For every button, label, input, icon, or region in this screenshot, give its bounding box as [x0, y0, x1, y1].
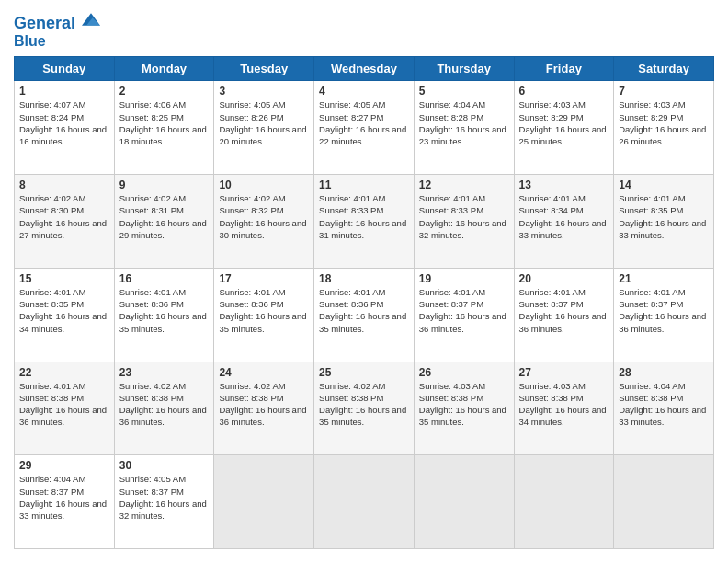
- daylight-label: Daylight: 16 hours and 36 minutes.: [119, 405, 207, 427]
- calendar-cell: [514, 455, 614, 549]
- day-info: Sunrise: 4:01 AM Sunset: 8:33 PM Dayligh…: [319, 192, 409, 241]
- day-info: Sunrise: 4:01 AM Sunset: 8:34 PM Dayligh…: [519, 192, 609, 241]
- day-info: Sunrise: 4:01 AM Sunset: 8:36 PM Dayligh…: [219, 286, 309, 335]
- daylight-label: Daylight: 16 hours and 23 minutes.: [419, 124, 506, 146]
- calendar-cell: 10 Sunrise: 4:02 AM Sunset: 8:32 PM Dayl…: [214, 175, 314, 269]
- day-number: 14: [619, 178, 709, 191]
- sunset-label: Sunset: 8:34 PM: [519, 205, 584, 215]
- day-header-monday: Monday: [114, 57, 214, 81]
- sunset-label: Sunset: 8:37 PM: [519, 299, 584, 309]
- daylight-label: Daylight: 16 hours and 22 minutes.: [319, 124, 406, 146]
- calendar-cell: 8 Sunrise: 4:02 AM Sunset: 8:30 PM Dayli…: [15, 175, 115, 269]
- day-number: 4: [319, 85, 409, 98]
- calendar-cell: 26 Sunrise: 4:03 AM Sunset: 8:38 PM Dayl…: [414, 362, 514, 455]
- day-info: Sunrise: 4:01 AM Sunset: 8:33 PM Dayligh…: [419, 192, 509, 241]
- day-info: Sunrise: 4:01 AM Sunset: 8:37 PM Dayligh…: [619, 286, 709, 335]
- day-number: 19: [419, 272, 509, 285]
- calendar-cell: 18 Sunrise: 4:01 AM Sunset: 8:36 PM Dayl…: [314, 268, 415, 362]
- day-number: 18: [319, 272, 409, 285]
- day-info: Sunrise: 4:02 AM Sunset: 8:38 PM Dayligh…: [119, 380, 210, 429]
- calendar-cell: 19 Sunrise: 4:01 AM Sunset: 8:37 PM Dayl…: [414, 268, 514, 362]
- daylight-label: Daylight: 16 hours and 36 minutes.: [419, 311, 506, 333]
- sunset-label: Sunset: 8:31 PM: [119, 205, 184, 215]
- calendar-table: SundayMondayTuesdayWednesdayThursdayFrid…: [14, 56, 714, 549]
- day-info: Sunrise: 4:01 AM Sunset: 8:36 PM Dayligh…: [319, 286, 409, 335]
- calendar-cell: 27 Sunrise: 4:03 AM Sunset: 8:38 PM Dayl…: [514, 362, 614, 455]
- sunset-label: Sunset: 8:30 PM: [19, 205, 84, 215]
- calendar-cell: 21 Sunrise: 4:01 AM Sunset: 8:37 PM Dayl…: [614, 268, 714, 362]
- calendar-week-4: 22 Sunrise: 4:01 AM Sunset: 8:38 PM Dayl…: [15, 362, 714, 455]
- day-number: 8: [19, 178, 109, 191]
- daylight-label: Daylight: 16 hours and 34 minutes.: [19, 311, 107, 333]
- daylight-label: Daylight: 16 hours and 35 minutes.: [219, 311, 306, 333]
- calendar-week-3: 15 Sunrise: 4:01 AM Sunset: 8:35 PM Dayl…: [15, 268, 714, 362]
- sunrise-label: Sunrise: 4:01 AM: [319, 193, 385, 203]
- sunset-label: Sunset: 8:29 PM: [619, 112, 683, 122]
- sunrise-label: Sunrise: 4:01 AM: [619, 193, 685, 203]
- daylight-label: Daylight: 16 hours and 35 minutes.: [419, 405, 506, 427]
- daylight-label: Daylight: 16 hours and 32 minutes.: [419, 218, 506, 240]
- sunset-label: Sunset: 8:38 PM: [619, 393, 683, 403]
- day-header-tuesday: Tuesday: [214, 57, 314, 81]
- sunrise-label: Sunrise: 4:01 AM: [519, 193, 586, 203]
- day-number: 25: [319, 366, 409, 379]
- daylight-label: Daylight: 16 hours and 36 minutes.: [619, 311, 706, 333]
- sunset-label: Sunset: 8:37 PM: [119, 487, 184, 497]
- sunrise-label: Sunrise: 4:01 AM: [319, 287, 385, 297]
- calendar-cell: 12 Sunrise: 4:01 AM Sunset: 8:33 PM Dayl…: [414, 175, 514, 269]
- day-info: Sunrise: 4:02 AM Sunset: 8:31 PM Dayligh…: [119, 192, 210, 241]
- calendar-cell: 9 Sunrise: 4:02 AM Sunset: 8:31 PM Dayli…: [114, 175, 214, 269]
- sunset-label: Sunset: 8:37 PM: [619, 299, 683, 309]
- daylight-label: Daylight: 16 hours and 36 minutes.: [19, 405, 107, 427]
- day-number: 2: [119, 85, 210, 98]
- header: General Blue: [14, 14, 714, 49]
- day-info: Sunrise: 4:05 AM Sunset: 8:37 PM Dayligh…: [119, 473, 210, 522]
- calendar-cell: [614, 455, 714, 549]
- daylight-label: Daylight: 16 hours and 35 minutes.: [319, 405, 406, 427]
- calendar-cell: 14 Sunrise: 4:01 AM Sunset: 8:35 PM Dayl…: [614, 175, 714, 269]
- day-info: Sunrise: 4:05 AM Sunset: 8:27 PM Dayligh…: [319, 98, 409, 147]
- sunrise-label: Sunrise: 4:07 AM: [19, 99, 85, 109]
- calendar-cell: 22 Sunrise: 4:01 AM Sunset: 8:38 PM Dayl…: [15, 362, 115, 455]
- calendar-cell: [414, 455, 514, 549]
- daylight-label: Daylight: 16 hours and 32 minutes.: [119, 499, 207, 521]
- calendar-header-row: SundayMondayTuesdayWednesdayThursdayFrid…: [15, 57, 714, 81]
- sunset-label: Sunset: 8:24 PM: [19, 112, 84, 122]
- daylight-label: Daylight: 16 hours and 33 minutes.: [19, 499, 107, 521]
- day-header-saturday: Saturday: [614, 57, 714, 81]
- calendar-week-2: 8 Sunrise: 4:02 AM Sunset: 8:30 PM Dayli…: [15, 175, 714, 269]
- daylight-label: Daylight: 16 hours and 27 minutes.: [19, 218, 107, 240]
- day-number: 24: [219, 366, 309, 379]
- day-number: 11: [319, 178, 409, 191]
- daylight-label: Daylight: 16 hours and 36 minutes.: [519, 311, 607, 333]
- calendar-cell: 2 Sunrise: 4:06 AM Sunset: 8:25 PM Dayli…: [114, 81, 214, 175]
- calendar-cell: [314, 455, 415, 549]
- sunset-label: Sunset: 8:36 PM: [119, 299, 184, 309]
- sunset-label: Sunset: 8:38 PM: [419, 393, 483, 403]
- daylight-label: Daylight: 16 hours and 20 minutes.: [219, 124, 306, 146]
- sunrise-label: Sunrise: 4:04 AM: [19, 474, 85, 484]
- sunset-label: Sunset: 8:25 PM: [119, 112, 184, 122]
- sunrise-label: Sunrise: 4:05 AM: [219, 99, 285, 109]
- sunset-label: Sunset: 8:37 PM: [19, 487, 84, 497]
- daylight-label: Daylight: 16 hours and 18 minutes.: [119, 124, 207, 146]
- day-number: 7: [619, 85, 709, 98]
- day-info: Sunrise: 4:04 AM Sunset: 8:28 PM Dayligh…: [419, 98, 509, 147]
- day-number: 22: [19, 366, 109, 379]
- sunrise-label: Sunrise: 4:03 AM: [519, 99, 586, 109]
- daylight-label: Daylight: 16 hours and 33 minutes.: [619, 218, 706, 240]
- sunrise-label: Sunrise: 4:02 AM: [119, 381, 186, 391]
- calendar-cell: 3 Sunrise: 4:05 AM Sunset: 8:26 PM Dayli…: [214, 81, 314, 175]
- day-number: 28: [619, 366, 709, 379]
- day-number: 3: [219, 85, 309, 98]
- sunrise-label: Sunrise: 4:01 AM: [419, 287, 485, 297]
- sunrise-label: Sunrise: 4:02 AM: [219, 193, 285, 203]
- day-number: 16: [119, 272, 210, 285]
- day-info: Sunrise: 4:04 AM Sunset: 8:38 PM Dayligh…: [619, 380, 709, 429]
- calendar-cell: 16 Sunrise: 4:01 AM Sunset: 8:36 PM Dayl…: [114, 268, 214, 362]
- day-number: 29: [19, 459, 109, 472]
- sunrise-label: Sunrise: 4:03 AM: [419, 381, 485, 391]
- sunrise-label: Sunrise: 4:04 AM: [419, 99, 485, 109]
- day-number: 20: [519, 272, 609, 285]
- day-info: Sunrise: 4:06 AM Sunset: 8:25 PM Dayligh…: [119, 98, 210, 147]
